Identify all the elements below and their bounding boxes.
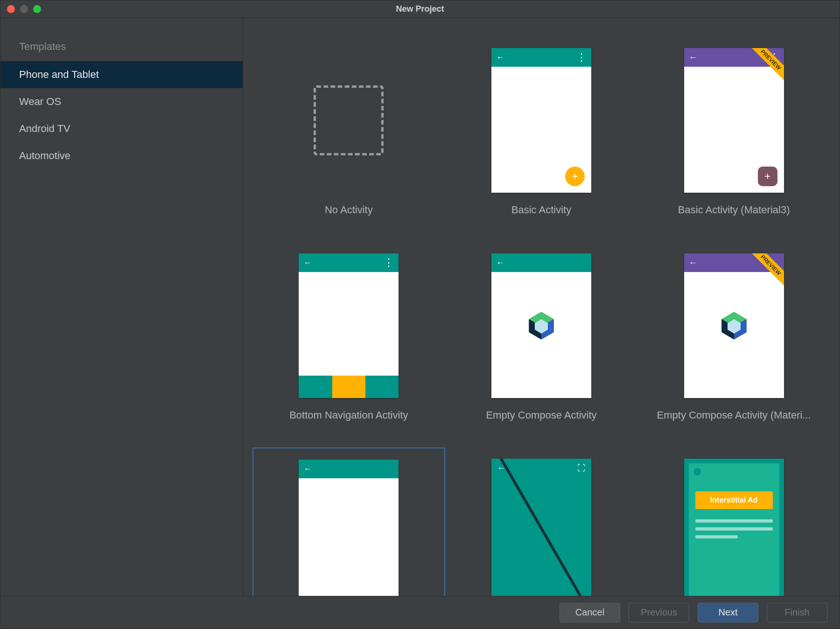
back-arrow-icon: ← (496, 53, 504, 63)
titlebar: New Project (0, 0, 840, 18)
fab-icon: + (758, 167, 777, 186)
fullscreen-icon: ⛶ (577, 463, 586, 473)
template-gallery: No Activity ← ⋮ + Basic Activity (243, 18, 840, 596)
dashed-placeholder-icon (314, 85, 384, 155)
template-thumb: Interstitial Ad (684, 459, 784, 596)
template-label: Empty Compose Activity (Materi... (657, 409, 811, 421)
appbar: ← (491, 253, 591, 272)
kebab-menu-icon: ⋮ (576, 51, 587, 63)
template-thumb (299, 48, 399, 193)
dialog-body: Templates Phone and Tablet Wear OS Andro… (0, 18, 840, 596)
sidebar-item-android-tv[interactable]: Android TV (0, 115, 243, 142)
sidebar-header: Templates (0, 32, 243, 61)
bottom-nav-segment-active (332, 376, 365, 398)
template-thumb: ← ⛶ (491, 459, 591, 596)
template-no-activity[interactable]: No Activity (252, 37, 445, 242)
template-label: Basic Activity (511, 204, 571, 216)
template-empty-compose[interactable]: ← Empty Compose Activity (445, 242, 638, 447)
sidebar-item-label: Automotive (19, 150, 70, 161)
previous-button[interactable]: Previous (629, 603, 689, 622)
sidebar-item-label: Android TV (19, 123, 70, 134)
template-grid[interactable]: No Activity ← ⋮ + Basic Activity (243, 18, 840, 596)
template-basic-activity[interactable]: ← ⋮ + Basic Activity (445, 37, 638, 242)
fab-icon: + (565, 167, 585, 186)
bottom-nav (299, 376, 399, 398)
next-button[interactable]: Next (698, 603, 758, 622)
back-arrow-icon: ← (303, 464, 312, 474)
template-thumb: ← (491, 253, 591, 398)
cancel-button[interactable]: Cancel (560, 603, 620, 622)
ad-body: Interstitial Ad (684, 459, 784, 596)
placeholder-line (695, 527, 773, 531)
window-title: New Project (396, 4, 444, 14)
template-thumb: ← PREVIEW (684, 253, 784, 398)
appbar: ← ⋮ (299, 253, 399, 272)
finish-button[interactable]: Finish (767, 603, 827, 622)
sidebar-item-phone-tablet[interactable]: Phone and Tablet (0, 61, 243, 88)
placeholder-line (695, 535, 738, 538)
close-icon[interactable] (7, 5, 15, 13)
minimize-icon[interactable] (20, 5, 28, 13)
ad-button: Interstitial Ad (695, 491, 773, 509)
appbar: ← (299, 460, 399, 478)
appbar: ← ⋮ (491, 48, 591, 67)
back-arrow-icon: ← (496, 258, 504, 268)
new-project-window: New Project Templates Phone and Tablet W… (0, 0, 840, 629)
sidebar-item-label: Wear OS (19, 96, 61, 107)
back-arrow-icon: ← (689, 258, 697, 268)
bottom-nav-segment (299, 376, 332, 398)
templates-sidebar: Templates Phone and Tablet Wear OS Andro… (0, 18, 243, 596)
template-empty-compose-m3[interactable]: ← PREVIEW Empty Compose Activity (Mate (637, 242, 830, 447)
template-admob-ads[interactable]: Interstitial Ad (637, 447, 830, 596)
template-thumb: ← (299, 460, 399, 596)
template-label: Basic Activity (Material3) (678, 204, 790, 216)
template-fullscreen-activity[interactable]: ← ⛶ (445, 447, 638, 596)
kebab-menu-icon: ⋮ (384, 257, 394, 269)
back-arrow-icon: ← (303, 258, 312, 268)
back-arrow-icon: ← (497, 463, 505, 473)
template-thumb: ← ⋮ (299, 253, 399, 398)
template-label: Empty Compose Activity (486, 409, 596, 421)
sidebar-item-wear-os[interactable]: Wear OS (0, 88, 243, 115)
template-bottom-navigation[interactable]: ← ⋮ Bottom Navigation Activity (252, 242, 445, 447)
template-thumb: ← ⋮ + PREVIEW (684, 48, 784, 193)
maximize-icon[interactable] (33, 5, 41, 13)
template-thumb: ← ⋮ + (491, 48, 591, 193)
window-controls (0, 5, 41, 13)
bottom-nav-segment (365, 376, 399, 398)
back-arrow-icon: ← (689, 53, 697, 63)
fullscreen-topbar: ← ⛶ (491, 459, 591, 477)
template-label: No Activity (325, 204, 373, 216)
placeholder-line (695, 519, 773, 523)
template-basic-activity-m3[interactable]: ← ⋮ + PREVIEW Basic Activity (Material3) (637, 37, 830, 242)
compose-logo-icon (718, 309, 750, 342)
fullscreen-body (491, 459, 591, 596)
compose-logo-icon (525, 309, 558, 342)
template-label: Bottom Navigation Activity (289, 409, 408, 421)
template-empty-activity[interactable]: ← (252, 447, 445, 596)
ad-text-lines (695, 519, 773, 543)
dialog-footer: Cancel Previous Next Finish (0, 596, 840, 629)
sidebar-item-automotive[interactable]: Automotive (0, 142, 243, 169)
dot-icon (693, 468, 701, 475)
sidebar-item-label: Phone and Tablet (19, 69, 99, 80)
